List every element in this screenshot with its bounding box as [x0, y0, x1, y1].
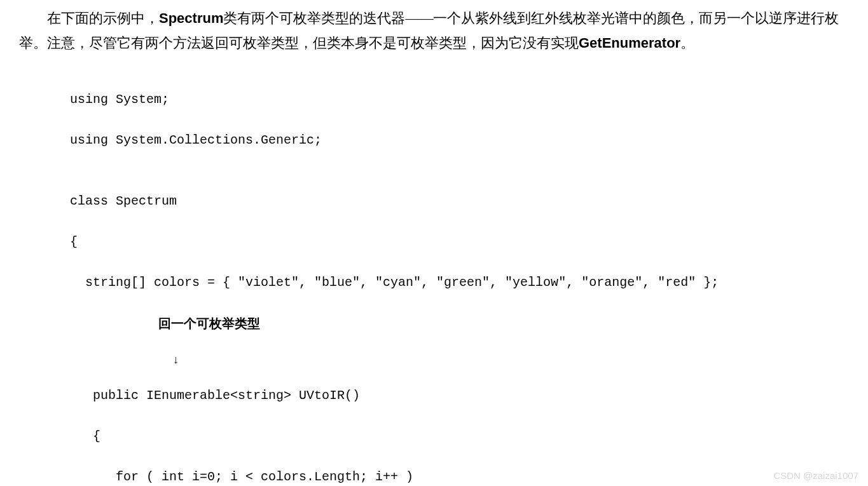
- code-line: using System;: [70, 90, 849, 110]
- watermark: CSDN @zaizai1007: [773, 470, 858, 481]
- code-line: for ( int i=0; i < colors.Length; i++ ): [70, 467, 849, 486]
- code-line: string[] colors = { "violet", "blue", "c…: [70, 273, 849, 293]
- code-line: {: [70, 232, 849, 252]
- code-line: public IEnumerable<string> UVtoIR(): [70, 386, 849, 406]
- code-line: class Spectrum: [70, 191, 849, 212]
- intro-paragraph: 在下面的示例中，Spectrum类有两个可枚举类型的迭代器——一个从紫外线到红外…: [19, 6, 849, 55]
- intro-latin-1: Spectrum: [159, 10, 223, 26]
- code-line: {: [70, 426, 849, 447]
- code-block: using System; using System.Collections.G…: [19, 69, 849, 486]
- code-line: using System.Collections.Generic;: [70, 130, 849, 151]
- intro-text-1: 在下面的示例中，: [47, 10, 159, 26]
- intro-text-3: 。: [680, 35, 694, 51]
- intro-latin-2: GetEnumerator: [579, 35, 680, 51]
- down-arrow-icon: ↓: [70, 354, 849, 365]
- annotation-1: 回一个可枚举类型: [70, 313, 849, 334]
